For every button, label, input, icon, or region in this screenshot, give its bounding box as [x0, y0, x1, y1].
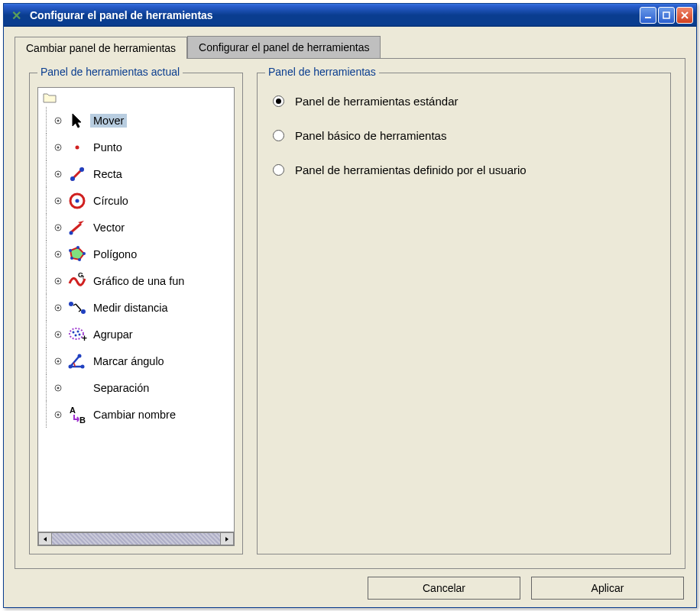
tree-item-separacion[interactable]: Separación [40, 374, 232, 401]
tree-item-label: Separación [90, 381, 152, 395]
tree-item-label: Mover [90, 114, 127, 128]
svg-point-23 [69, 249, 72, 252]
tree-item-label: Vector [90, 221, 128, 234]
cancel-button[interactable]: Cancelar [368, 577, 520, 600]
tree-item-label: Cambiar nombre [90, 408, 179, 422]
vector-icon [67, 218, 87, 238]
window-controls [640, 7, 693, 24]
button-label: Aplicar [591, 582, 624, 594]
minimize-button[interactable] [640, 7, 656, 24]
expander-icon[interactable] [53, 303, 63, 312]
scroll-right-button[interactable] [220, 532, 234, 545]
expander-icon[interactable] [53, 196, 63, 205]
tree-item-circulo[interactable]: Círculo [40, 187, 232, 214]
tab-label: Cambiar panel de herramientas [26, 42, 176, 54]
expander-icon[interactable] [53, 250, 63, 259]
scroll-left-button[interactable] [38, 532, 52, 545]
apply-button[interactable]: Aplicar [531, 577, 684, 600]
svg-point-33 [69, 302, 73, 306]
svg-point-28 [57, 280, 60, 282]
svg-text:+: + [82, 333, 87, 344]
radio-basic[interactable]: Panel básico de herramientas [273, 129, 655, 142]
svg-point-36 [57, 333, 60, 335]
rename-icon: AB [67, 405, 87, 425]
radio-standard[interactable]: Panel de herramientas estándar [273, 95, 655, 108]
svg-rect-1 [663, 12, 669, 18]
tree-root-folder[interactable] [40, 91, 232, 107]
horizontal-scrollbar[interactable] [38, 532, 234, 545]
circle-icon [67, 191, 87, 211]
radio-icon [273, 130, 284, 141]
separator-icon [67, 378, 87, 398]
tree-item-vector[interactable]: Vector [40, 214, 232, 241]
expander-icon[interactable] [53, 116, 63, 125]
tree-item-label: Medir distancia [90, 301, 171, 315]
expander-icon[interactable] [53, 330, 63, 339]
svg-point-8 [57, 173, 60, 175]
tree-item-renombrar[interactable]: AB Cambiar nombre [40, 401, 232, 428]
tab-strip: Cambiar panel de herramientas Configurar… [15, 36, 685, 58]
svg-point-25 [83, 252, 86, 255]
svg-point-6 [76, 145, 79, 149]
svg-point-46 [81, 364, 85, 368]
tab-cambiar[interactable]: Cambiar panel de herramientas [15, 37, 187, 59]
tree-item-label: Polígono [90, 247, 140, 261]
tree-item-grafico[interactable]: Gf Gráfico de una fun [40, 267, 232, 294]
close-button[interactable] [676, 7, 693, 24]
angle-icon [67, 351, 87, 371]
button-label: Cancelar [423, 582, 465, 594]
fieldset-legend: Panel de herramientas [265, 66, 379, 78]
dialog-window: ✕ Configurar el panel de herramientas Ca… [3, 3, 697, 608]
function-graph-icon: Gf [67, 271, 87, 291]
svg-point-11 [79, 167, 84, 172]
svg-point-10 [70, 176, 75, 181]
window-title: Configurar el panel de herramientas [30, 9, 640, 21]
fieldset-current-panel: Panel de herramientas actual Mover [29, 73, 243, 554]
tab-label: Configurar el panel de herramientas [199, 41, 369, 53]
tree-item-poligono[interactable]: Polígono [40, 241, 232, 267]
svg-point-22 [70, 257, 73, 260]
expander-icon[interactable] [53, 223, 63, 232]
maximize-button[interactable] [658, 7, 675, 24]
titlebar[interactable]: ✕ Configurar el panel de herramientas [4, 4, 696, 27]
tree-item-medir[interactable]: Medir distancia [40, 294, 232, 321]
svg-point-26 [78, 258, 81, 261]
svg-point-13 [57, 199, 60, 202]
svg-point-34 [81, 309, 86, 314]
radio-label: Panel de herramientas estándar [295, 95, 458, 108]
tool-tree[interactable]: Mover Punto Recta [38, 88, 234, 532]
svg-point-24 [76, 246, 79, 249]
svg-text:A: A [70, 406, 76, 415]
scroll-track[interactable] [52, 532, 220, 545]
tree-item-agrupar[interactable]: + Agrupar [40, 321, 232, 348]
svg-point-5 [57, 146, 60, 148]
tab-panel: Panel de herramientas actual Mover [15, 58, 685, 569]
svg-point-15 [76, 199, 79, 202]
folder-icon [43, 92, 57, 103]
cursor-icon [67, 111, 87, 131]
expander-icon[interactable] [53, 143, 63, 152]
expander-icon[interactable] [53, 170, 63, 179]
app-icon: ✕ [11, 8, 25, 22]
radio-label: Panel de herramientas definido por el us… [295, 163, 527, 176]
tree-container: Mover Punto Recta [37, 87, 235, 546]
button-bar: Cancelar Aplicar [15, 569, 685, 600]
svg-point-44 [57, 360, 60, 362]
tree-item-mover[interactable]: Mover [40, 107, 232, 134]
svg-point-40 [75, 334, 77, 336]
radio-user-defined[interactable]: Panel de herramientas definido por el us… [273, 163, 655, 176]
tab-configurar[interactable]: Configurar el panel de herramientas [187, 36, 381, 58]
expander-icon[interactable] [53, 357, 63, 366]
svg-point-38 [73, 331, 75, 333]
tree-item-label: Recta [90, 167, 125, 181]
expander-icon[interactable] [53, 410, 63, 419]
tree-item-punto[interactable]: Punto [40, 134, 232, 160]
tree-item-label: Gráfico de una fun [90, 274, 187, 288]
svg-point-19 [70, 231, 73, 234]
expander-icon[interactable] [53, 383, 63, 393]
svg-point-39 [77, 330, 79, 332]
svg-point-41 [79, 333, 81, 335]
tree-item-angulo[interactable]: Marcar ángulo [40, 348, 232, 374]
tree-item-recta[interactable]: Recta [40, 160, 232, 187]
expander-icon[interactable] [53, 276, 63, 286]
